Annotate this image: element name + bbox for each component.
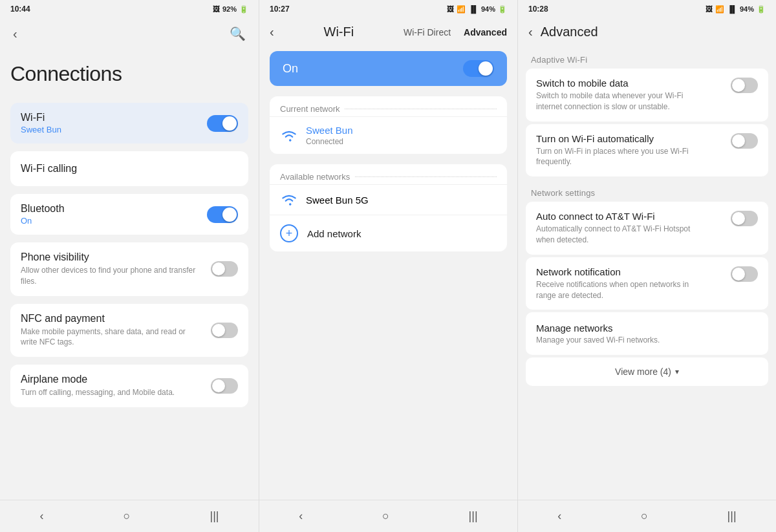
search-button-1[interactable]: 🔍 [227, 23, 248, 44]
manage-networks-desc: Manage your saved Wi-Fi networks. [536, 335, 758, 345]
wifi-icon-3: 📶 [715, 5, 724, 14]
auto-wifi-toggle[interactable] [731, 133, 758, 149]
bluetooth-status: On [21, 216, 65, 226]
mobile-data-item[interactable]: Switch to mobile data Switch to mobile d… [526, 69, 768, 122]
nfc-toggle[interactable] [211, 323, 238, 338]
signal-bars-icon: ▐▌ [468, 5, 479, 13]
advanced-link[interactable]: Advanced [464, 27, 507, 37]
battery-1: 92% [222, 5, 237, 13]
nav-home-1[interactable]: ○ [111, 507, 144, 526]
nav-recent-3[interactable]: ||| [715, 507, 749, 526]
add-network-label: Add network [307, 228, 361, 239]
available-dotted [355, 176, 497, 177]
battery-icon-2: 🔋 [498, 5, 507, 14]
phone-visibility-title: Phone visibility [21, 251, 203, 263]
nav-back-2[interactable]: ‹ [286, 507, 316, 526]
wifi-title: Wi-Fi [21, 112, 61, 123]
mobile-data-desc: Switch to mobile data whenever your Wi-F… [536, 90, 711, 112]
adaptive-section-title: Adaptive Wi-Fi [518, 46, 776, 69]
view-more-btn[interactable]: View more (4) ▾ [526, 357, 768, 386]
network-notification-desc: Receive notifications when open networks… [536, 279, 711, 301]
status-bar-1: 10:44 🖼 92% 🔋 [0, 0, 259, 18]
nav-back-3[interactable]: ‹ [544, 507, 574, 526]
back-button-1[interactable]: ‹ [10, 24, 20, 44]
nfc-desc: Make mobile payments, share data, and re… [21, 326, 203, 348]
gallery-icon-1: 🖼 [213, 5, 220, 13]
current-network-label: Current network [280, 104, 339, 114]
dotted-divider [345, 109, 497, 109]
auto-wifi-title: Turn on Wi-Fi automatically [536, 133, 711, 144]
airplane-desc: Turn off calling, messaging, and Mobile … [21, 387, 203, 398]
wifi-calling-item[interactable]: Wi-Fi calling [10, 151, 248, 186]
auto-wifi-desc: Turn on Wi-Fi in places where you use Wi… [536, 146, 711, 168]
available-network-item-1[interactable]: Sweet Bun 5G [270, 184, 507, 215]
wifi-back-btn[interactable]: ‹ [270, 25, 274, 39]
bluetooth-toggle[interactable] [207, 206, 238, 223]
nav-bar-1: ‹ ○ ||| [0, 500, 259, 532]
panel-advanced: 10:28 🖼 📶 ▐▌ 94% 🔋 ‹ Advanced Adaptive W… [517, 0, 776, 532]
advanced-header: ‹ Advanced [518, 18, 776, 46]
page-title-1: Connections [0, 49, 259, 99]
network-section-title: Network settings [518, 179, 776, 202]
wifi-subtitle: Sweet Bun [21, 125, 61, 134]
wifi-on-bar[interactable]: On [270, 51, 507, 86]
wifi-signal-icon: 📶 [457, 5, 466, 14]
manage-networks-item[interactable]: Manage networks Manage your saved Wi-Fi … [526, 312, 768, 355]
nfc-item[interactable]: NFC and payment Make mobile payments, sh… [10, 304, 248, 357]
att-wifi-item[interactable]: Auto connect to AT&T Wi-Fi Automatically… [526, 202, 768, 255]
add-network-item[interactable]: + Add network [270, 215, 507, 251]
wifi-direct-link[interactable]: Wi-Fi Direct [404, 27, 451, 37]
view-more-label: View more (4) [615, 367, 671, 377]
mobile-data-toggle[interactable] [731, 78, 758, 93]
wifi-on-label: On [283, 62, 298, 76]
airplane-title: Airplane mode [21, 374, 203, 385]
battery-icon-3: 🔋 [757, 5, 766, 14]
status-time-3: 10:28 [528, 5, 548, 14]
current-network-item[interactable]: Sweet Bun Connected [270, 116, 507, 154]
phone-visibility-desc: Allow other devices to find your phone a… [21, 265, 203, 287]
network-notification-item[interactable]: Network notification Receive notificatio… [526, 257, 768, 310]
wifi-signal-icon-current [280, 129, 298, 143]
nav-recent-1[interactable]: ||| [197, 507, 232, 526]
panel-connections: 10:44 🖼 92% 🔋 ‹ 🔍 Connections Wi-Fi Swee… [0, 0, 259, 532]
status-bar-3: 10:28 🖼 📶 ▐▌ 94% 🔋 [518, 0, 776, 18]
phone-visibility-item[interactable]: Phone visibility Allow other devices to … [10, 242, 248, 296]
nav-home-2[interactable]: ○ [369, 507, 402, 526]
wifi-main-toggle[interactable] [463, 60, 494, 77]
att-wifi-toggle[interactable] [731, 211, 758, 226]
chevron-down-icon: ▾ [675, 367, 679, 376]
manage-networks-title: Manage networks [536, 323, 758, 334]
available-networks-section: Available networks Sweet Bun 5G + Add ne… [270, 164, 507, 251]
airplane-item[interactable]: Airplane mode Turn off calling, messagin… [10, 365, 248, 407]
wifi-toggle[interactable] [207, 115, 238, 132]
add-icon: + [280, 224, 298, 242]
current-network-section: Current network Sweet Bun Connected [270, 96, 507, 154]
nfc-title: NFC and payment [21, 313, 203, 325]
wifi-signal-icon-avail [280, 193, 298, 207]
bluetooth-item[interactable]: Bluetooth On [10, 194, 248, 235]
att-wifi-title: Auto connect to AT&T Wi-Fi [536, 211, 711, 222]
phone-visibility-toggle[interactable] [211, 261, 238, 277]
auto-wifi-item[interactable]: Turn on Wi-Fi automatically Turn on Wi-F… [526, 124, 768, 177]
att-wifi-desc: Automatically connect to AT&T Wi-Fi Hots… [536, 224, 711, 246]
current-network-status: Connected [306, 137, 353, 146]
status-bar-2: 10:27 🖼 📶 ▐▌ 94% 🔋 [259, 0, 517, 18]
nav-recent-2[interactable]: ||| [456, 507, 491, 526]
bluetooth-title: Bluetooth [21, 203, 65, 215]
gallery-icon-3: 🖼 [706, 5, 713, 13]
nav-back-1[interactable]: ‹ [27, 507, 57, 526]
advanced-title: Advanced [541, 25, 598, 39]
nav-home-3[interactable]: ○ [628, 507, 661, 526]
wifi-header-title: Wi-Fi [324, 25, 354, 39]
wifi-header: ‹ Wi-Fi Wi-Fi Direct Advanced [259, 18, 517, 46]
battery-icon-1: 🔋 [239, 5, 248, 14]
mobile-data-title: Switch to mobile data [536, 78, 711, 89]
available-label: Available networks [280, 172, 350, 182]
current-network-name: Sweet Bun [306, 125, 353, 136]
advanced-back-btn[interactable]: ‹ [528, 25, 533, 39]
wifi-item[interactable]: Wi-Fi Sweet Bun [10, 103, 248, 144]
nav-bar-2: ‹ ○ ||| [259, 500, 517, 532]
airplane-toggle[interactable] [211, 378, 238, 394]
network-notification-toggle[interactable] [731, 266, 758, 282]
nav-bar-3: ‹ ○ ||| [518, 500, 776, 532]
